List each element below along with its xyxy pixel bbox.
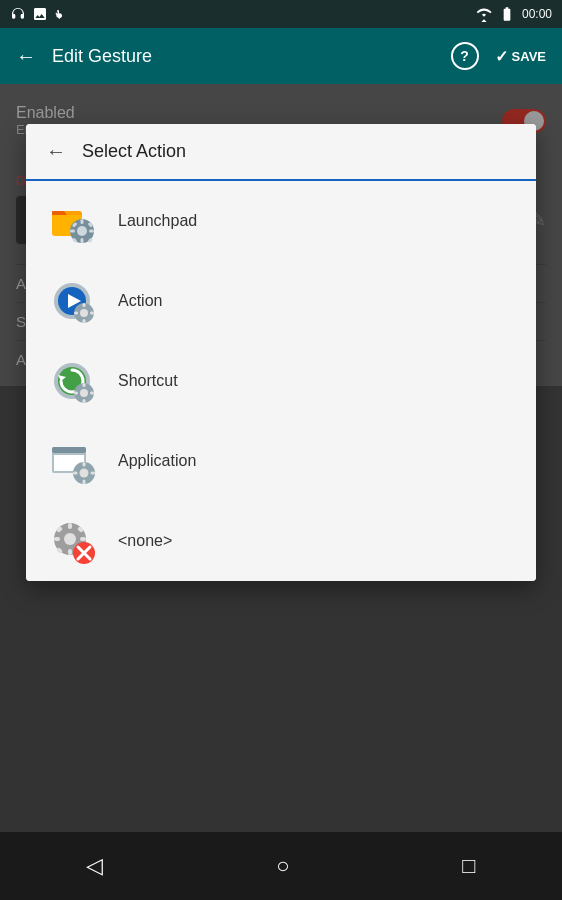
svg-rect-34 [83, 462, 86, 467]
svg-rect-26 [83, 399, 86, 403]
list-item[interactable]: Launchpad [26, 181, 536, 261]
application-icon [46, 435, 98, 487]
bottom-nav: ◁ ○ □ [0, 832, 562, 900]
action-label: Action [118, 292, 162, 310]
svg-rect-43 [80, 537, 86, 541]
list-item[interactable]: Action [26, 261, 536, 341]
wifi-icon [476, 6, 492, 22]
svg-rect-16 [83, 303, 86, 307]
dialog-title: Select Action [82, 141, 186, 162]
status-bar-left [10, 6, 70, 22]
gesture-icon [54, 6, 70, 22]
svg-point-39 [64, 533, 76, 545]
svg-rect-6 [89, 230, 94, 233]
svg-point-24 [80, 389, 88, 397]
svg-rect-41 [68, 549, 72, 555]
svg-rect-18 [74, 312, 78, 315]
none-label: <none> [118, 532, 172, 550]
battery-icon [498, 6, 516, 22]
dialog-header: ← Select Action [26, 124, 536, 181]
select-action-dialog: ← Select Action [26, 124, 536, 581]
save-label: SAVE [512, 49, 546, 64]
svg-rect-40 [68, 523, 72, 529]
action-icon [46, 275, 98, 327]
dialog-back-button[interactable]: ← [46, 140, 66, 163]
toolbar-actions: ? ✓ SAVE [451, 42, 546, 70]
launchpad-icon [46, 195, 98, 247]
svg-rect-19 [90, 312, 94, 315]
svg-rect-3 [81, 219, 84, 224]
svg-rect-30 [52, 447, 86, 453]
list-item[interactable]: Application [26, 421, 536, 501]
image-icon [32, 6, 48, 22]
svg-rect-42 [54, 537, 60, 541]
svg-rect-27 [74, 392, 78, 395]
svg-rect-5 [70, 230, 75, 233]
application-label: Application [118, 452, 196, 470]
svg-rect-17 [83, 319, 86, 323]
status-bar: 00:00 [0, 0, 562, 28]
save-check-icon: ✓ [495, 47, 508, 66]
svg-rect-28 [90, 392, 94, 395]
toolbar-back-button[interactable]: ← [16, 45, 36, 68]
nav-home-button[interactable]: ○ [276, 853, 289, 879]
svg-rect-25 [83, 383, 86, 387]
help-button[interactable]: ? [451, 42, 479, 70]
none-icon [46, 515, 98, 567]
svg-point-15 [80, 309, 88, 317]
shortcut-label: Shortcut [118, 372, 178, 390]
svg-rect-4 [81, 238, 84, 243]
nav-back-button[interactable]: ◁ [86, 853, 103, 879]
launchpad-label: Launchpad [118, 212, 197, 230]
list-item[interactable]: Shortcut [26, 341, 536, 421]
save-button[interactable]: ✓ SAVE [495, 47, 546, 66]
nav-recent-button[interactable]: □ [462, 853, 475, 879]
shortcut-icon [46, 355, 98, 407]
status-bar-right: 00:00 [476, 6, 552, 22]
headphones-icon [10, 6, 26, 22]
svg-point-2 [77, 226, 87, 236]
list-item[interactable]: <none> [26, 501, 536, 581]
dialog-overlay: ← Select Action [0, 84, 562, 832]
svg-point-33 [80, 469, 89, 478]
time-display: 00:00 [522, 7, 552, 21]
svg-rect-36 [73, 472, 78, 475]
page-title: Edit Gesture [52, 46, 451, 67]
svg-rect-37 [91, 472, 96, 475]
svg-rect-35 [83, 480, 86, 485]
toolbar: ← Edit Gesture ? ✓ SAVE [0, 28, 562, 84]
